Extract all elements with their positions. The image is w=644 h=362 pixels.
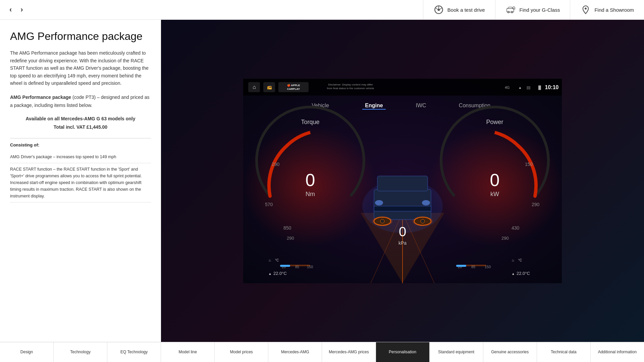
availability-text: Available on all Mercedes-AMG G 63 model…: [25, 116, 135, 121]
svg-text:♨: ♨: [268, 258, 271, 262]
svg-text:290: 290: [287, 236, 294, 241]
bottom-nav-item[interactable]: Technology: [54, 342, 107, 362]
svg-line-4: [440, 8, 442, 9]
svg-text:▲: ▲: [512, 272, 515, 276]
consisting-item-1: AMG Driver's package – increases top spe…: [10, 151, 151, 163]
svg-point-11: [585, 8, 587, 10]
consisting-section: Consisting of: AMG Driver's package – in…: [10, 138, 151, 202]
svg-point-61: [380, 219, 384, 223]
nav-arrows: ‹ ›: [0, 4, 33, 16]
svg-text:Nm: Nm: [306, 191, 315, 197]
bottom-nav-item[interactable]: Design: [0, 342, 54, 362]
svg-text:▲: ▲: [268, 272, 272, 276]
svg-text:from final status in the custo: from final status in the customer vehicl…: [327, 87, 374, 90]
svg-point-56: [422, 200, 430, 205]
svg-point-62: [421, 219, 425, 223]
svg-text:22.0°C: 22.0°C: [273, 271, 287, 276]
svg-text:⌂: ⌂: [253, 84, 256, 90]
svg-text:♨: ♨: [512, 258, 515, 262]
bottom-nav-item[interactable]: Technical data: [537, 342, 591, 362]
bottom-navigation: DesignTechnologyEQ TechnologyModel lineM…: [0, 342, 644, 362]
svg-point-55: [375, 200, 383, 205]
svg-text:570: 570: [265, 202, 273, 207]
svg-text:CARPLAY: CARPLAY: [287, 87, 300, 90]
svg-text:📻: 📻: [267, 84, 272, 89]
prev-button[interactable]: ‹: [7, 4, 14, 16]
page-description: The AMG Performance package has been met…: [10, 49, 151, 87]
svg-point-1: [437, 9, 440, 11]
bottom-nav-item[interactable]: Additional information: [591, 342, 644, 362]
find-showroom-label: Find a Showroom: [594, 7, 634, 13]
bottom-nav-item[interactable]: Standard equipment: [430, 342, 483, 362]
svg-text:0: 0: [399, 224, 406, 239]
svg-text:290: 290: [532, 202, 540, 207]
svg-text:150: 150: [525, 162, 533, 167]
book-test-drive-nav[interactable]: Book a test drive: [423, 0, 495, 19]
package-info: AMG Performance package (code PT3) – des…: [10, 94, 151, 110]
svg-text:10:10: 10:10: [545, 84, 559, 90]
dashboard-svg: ⌂ 📻 🍎 APPLE CARPLAY Disclaimer: Display …: [243, 79, 562, 283]
svg-line-9: [515, 9, 515, 9]
top-navigation: ‹ › Book a test drive: [0, 0, 644, 20]
svg-rect-53: [377, 176, 428, 191]
svg-text:290: 290: [501, 236, 509, 241]
page-title: AMG Performance package: [10, 30, 151, 43]
bottom-nav-item[interactable]: Model prices: [215, 342, 268, 362]
svg-text:°C: °C: [518, 258, 522, 262]
svg-text:0: 0: [490, 170, 500, 190]
find-g-class-nav[interactable]: ? Find your G-Class: [495, 0, 570, 19]
bottom-nav-item[interactable]: EQ Technology: [107, 342, 161, 362]
consisting-item-2: RACE START function – the RACE START fun…: [10, 163, 151, 202]
steering-wheel-icon: [433, 4, 444, 15]
svg-text:Engine: Engine: [365, 103, 383, 108]
svg-rect-52: [374, 189, 431, 220]
svg-rect-71: [280, 265, 290, 267]
nav-right: Book a test drive ? Find your G-Class: [423, 0, 644, 19]
svg-text:▲: ▲: [518, 85, 522, 89]
bottom-nav-item[interactable]: Model line: [161, 342, 215, 362]
svg-text:Torque: Torque: [301, 119, 319, 125]
svg-text:850: 850: [283, 225, 291, 231]
consisting-title: Consisting of:: [10, 142, 151, 147]
svg-text:Disclaimer: Display content ma: Disclaimer: Display content may differ: [328, 83, 373, 86]
location-pin-icon: [580, 4, 591, 15]
bottom-nav-item[interactable]: Mercedes-AMG prices: [322, 342, 376, 362]
price-text: Total incl. VAT £1,445.00: [54, 124, 107, 130]
svg-text:0: 0: [306, 170, 315, 190]
main-content: AMG Performance package The AMG Performa…: [0, 20, 644, 342]
find-g-class-label: Find your G-Class: [520, 7, 560, 13]
svg-rect-80: [456, 265, 466, 267]
dashboard-image: ⌂ 📻 🍎 APPLE CARPLAY Disclaimer: Display …: [161, 20, 644, 342]
package-models: Available on all Mercedes-AMG G 63 model…: [10, 115, 151, 131]
svg-text:kW: kW: [490, 191, 499, 197]
bottom-nav-item[interactable]: Mercedes-AMG: [268, 342, 322, 362]
svg-rect-54: [374, 206, 431, 211]
svg-text:Power: Power: [486, 119, 503, 125]
svg-text:430: 430: [512, 225, 520, 231]
svg-line-3: [435, 8, 437, 9]
svg-text:🍎 APPLE: 🍎 APPLE: [287, 83, 300, 87]
next-button[interactable]: ›: [18, 4, 25, 16]
svg-text:22.0°C: 22.0°C: [517, 271, 530, 276]
book-test-drive-label: Book a test drive: [447, 7, 485, 13]
bottom-nav-item[interactable]: Genuine accessories: [483, 342, 537, 362]
left-panel: AMG Performance package The AMG Performa…: [0, 20, 161, 342]
car-search-icon: ?: [505, 4, 516, 15]
svg-text:4G: 4G: [505, 85, 510, 89]
svg-text:IWC: IWC: [416, 103, 426, 108]
svg-text:290: 290: [272, 162, 280, 167]
find-showroom-nav[interactable]: Find a Showroom: [570, 0, 644, 19]
package-name: AMG Performance package: [10, 95, 71, 100]
svg-text:°C: °C: [275, 258, 279, 262]
bottom-nav-item[interactable]: Personalisation: [376, 342, 430, 362]
svg-text:kPa: kPa: [398, 240, 407, 246]
right-panel: ⌂ 📻 🍎 APPLE CARPLAY Disclaimer: Display …: [161, 20, 644, 342]
svg-text:||||: ||||: [527, 85, 530, 89]
svg-text:█: █: [538, 85, 541, 90]
